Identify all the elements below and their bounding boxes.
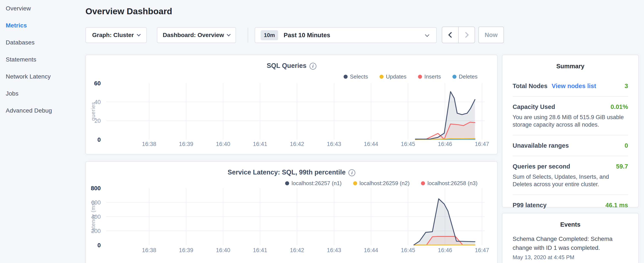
svg-text:16:41: 16:41 [253, 247, 267, 253]
sidebar-item-jobs[interactable]: Jobs [0, 85, 86, 102]
summary-title: Summary [502, 55, 638, 70]
time-range-label: Past 10 Minutes [284, 32, 330, 39]
sidebar-item-databases[interactable]: Databases [0, 34, 86, 51]
summary-row-total-nodes: Total Nodes View nodes list 3 [512, 76, 628, 97]
now-button[interactable]: Now [478, 27, 504, 43]
chevron-down-icon [227, 32, 231, 36]
graph-dropdown-label: Graph: Cluster [92, 32, 134, 39]
svg-text:800: 800 [91, 185, 101, 191]
time-range-badge: 10m [261, 30, 278, 40]
svg-text:16:47: 16:47 [475, 247, 489, 253]
svg-text:queries: queries [90, 102, 96, 121]
service-latency-chart[interactable]: 16:3816:3916:4016:4116:4216:4316:4416:45… [86, 162, 497, 263]
summary-row-queries-per-second: Queries per second 59.7 Sum of Selects, … [512, 156, 628, 195]
summary-row-p99-latency: P99 latency 46.1 ms [512, 195, 628, 215]
svg-text:16:46: 16:46 [438, 141, 452, 147]
svg-text:16:39: 16:39 [179, 141, 193, 147]
chevron-down-icon [137, 32, 140, 36]
svg-text:16:45: 16:45 [401, 141, 415, 147]
svg-text:16:44: 16:44 [364, 141, 378, 147]
summary-row-label: Queries per second [512, 163, 570, 170]
svg-text:latency (ms): latency (ms) [90, 201, 96, 232]
summary-row-label: P99 latency [512, 201, 546, 209]
svg-text:16:44: 16:44 [364, 247, 378, 253]
svg-text:16:43: 16:43 [327, 247, 341, 253]
sidebar-item-metrics[interactable]: Metrics [0, 17, 86, 34]
summary-row-label: Capacity Used [512, 103, 555, 111]
sql-queries-chart-card: SQL Queriesi Selects Updates Inserts Del… [86, 55, 498, 154]
svg-text:16:45: 16:45 [401, 247, 415, 253]
chevron-left-icon [448, 32, 454, 38]
view-nodes-list-link[interactable]: View nodes list [552, 83, 596, 90]
summary-row-value: 0 [625, 142, 628, 149]
sidebar-item-advanced-debug[interactable]: Advanced Debug [0, 102, 86, 119]
service-latency-chart-card: Service Latency: SQL, 99th percentilei l… [86, 161, 498, 263]
svg-text:16:38: 16:38 [142, 247, 156, 253]
svg-text:16:42: 16:42 [290, 141, 304, 147]
svg-text:60: 60 [94, 80, 101, 87]
graph-dropdown[interactable]: Graph: Cluster [86, 27, 147, 43]
chevron-right-icon [463, 32, 468, 38]
prev-time-button[interactable] [442, 27, 458, 43]
events-panel: Events Schema Change Completed: Schema c… [502, 213, 639, 263]
chevron-down-icon [425, 33, 429, 37]
summary-row-subtext: You are using 28.6 MiB of 515.9 GiB usab… [512, 114, 628, 129]
dashboard-dropdown-label: Dashboard: Overview [163, 32, 224, 39]
event-list-item[interactable]: Schema Change Completed: Schema change w… [512, 234, 628, 261]
sidebar-item-statements[interactable]: Statements [0, 51, 86, 68]
svg-text:16:40: 16:40 [216, 247, 230, 253]
sidebar-nav: Overview Metrics Databases Statements Ne… [0, 0, 86, 263]
sidebar-item-network-latency[interactable]: Network Latency [0, 68, 86, 85]
summary-row-value: 59.7 [616, 163, 628, 170]
page-title: Overview Dashboard [86, 7, 172, 16]
svg-text:16:40: 16:40 [216, 141, 230, 147]
svg-text:16:38: 16:38 [142, 141, 156, 147]
event-message: Schema Change Completed: Schema change w… [512, 234, 628, 252]
time-step-buttons [442, 27, 475, 43]
summary-row-capacity-used: Capacity Used 0.01% You are using 28.6 M… [512, 97, 628, 135]
dashboard-dropdown[interactable]: Dashboard: Overview [157, 27, 236, 43]
events-title: Events [502, 213, 638, 228]
svg-text:16:43: 16:43 [327, 141, 341, 147]
summary-row-subtext: Sum of Selects, Updates, Inserts, and De… [512, 173, 628, 188]
toolbar-divider [248, 28, 248, 43]
svg-text:16:47: 16:47 [475, 141, 489, 147]
summary-row-unavailable-ranges: Unavailable ranges 0 [512, 135, 628, 156]
summary-row-label: Total Nodes [512, 82, 548, 90]
time-range-dropdown[interactable]: 10m Past 10 Minutes [255, 27, 437, 43]
sidebar-item-overview[interactable]: Overview [0, 0, 86, 17]
svg-text:16:46: 16:46 [438, 247, 452, 253]
summary-panel: Summary Total Nodes View nodes list 3 Ca… [502, 55, 639, 207]
svg-text:0: 0 [98, 136, 101, 143]
summary-row-value: 3 [625, 83, 628, 90]
svg-text:0: 0 [98, 242, 101, 248]
svg-text:16:42: 16:42 [290, 247, 304, 253]
summary-row-value: 0.01% [610, 103, 628, 110]
summary-row-value: 46.1 ms [606, 202, 628, 209]
summary-row-label: Unavailable ranges [512, 142, 569, 149]
svg-text:16:39: 16:39 [179, 247, 193, 253]
next-time-button[interactable] [458, 27, 474, 43]
svg-text:16:41: 16:41 [253, 141, 267, 147]
event-timestamp: May 13, 2020 at 4:45 PM [512, 254, 628, 261]
sql-queries-chart[interactable]: 16:3816:3916:4016:4116:4216:4316:4416:45… [86, 55, 497, 154]
db-console-metrics-page: Overview Metrics Databases Statements Ne… [0, 0, 644, 263]
